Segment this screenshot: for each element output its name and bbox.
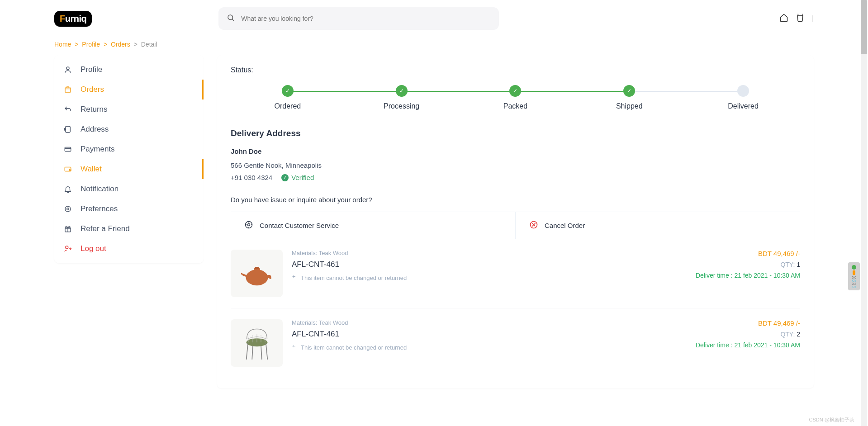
contact-support-button[interactable]: Contact Customer Service — [231, 212, 516, 239]
wallet-icon — [63, 165, 72, 173]
cancel-label: Cancel Order — [545, 222, 585, 229]
svg-rect-4 — [66, 126, 71, 133]
item-price: BDT 49,469 /- — [696, 250, 800, 257]
status-dot-icon: ✓ — [282, 85, 294, 97]
item-sku: AFL-CNT-461 — [292, 260, 687, 269]
item-price: BDT 49,469 /- — [696, 319, 800, 327]
home-icon[interactable] — [779, 13, 788, 24]
sidebar-item-returns[interactable]: Returns — [54, 99, 204, 119]
box-icon — [63, 85, 72, 94]
sidebar-item-wallet[interactable]: Wallet — [54, 159, 204, 179]
item-qty: QTY: 2 — [696, 331, 800, 338]
verified-label: Verified — [291, 174, 314, 181]
sidebar-item-prefernces[interactable]: Prefernces — [54, 199, 204, 219]
product-image[interactable] — [231, 319, 283, 367]
sidebar-item-label: Profile — [81, 65, 102, 74]
svg-point-0 — [228, 15, 233, 20]
search-box[interactable] — [218, 7, 499, 30]
widget-unit1: K/s — [849, 279, 859, 282]
check-icon: ✓ — [281, 174, 289, 181]
status-step-packed: ✓Packed — [459, 85, 573, 110]
status-dot-icon: ✓ — [623, 85, 635, 97]
breadcrumb-current: Detail — [141, 41, 157, 48]
gear-icon — [63, 205, 72, 213]
verified-badge: ✓ Verified — [281, 174, 314, 181]
svg-rect-3 — [65, 88, 71, 92]
status-step-label: Processing — [384, 102, 419, 110]
sidebar-item-refer-a-friend[interactable]: Refer a Friend — [54, 219, 204, 239]
breadcrumb-home[interactable]: Home — [54, 41, 71, 48]
status-step-label: Delivered — [728, 102, 759, 110]
return-icon — [292, 275, 297, 281]
sidebar-item-label: Returns — [81, 105, 108, 114]
header: Furniq | — [0, 0, 868, 37]
sidebar-item-address[interactable]: Address — [54, 119, 204, 139]
status-track: ✓Ordered✓Processing✓Packed✓ShippedDelive… — [231, 85, 800, 110]
item-note: This item cannot be changed or returned — [292, 344, 687, 351]
search-icon — [227, 14, 235, 24]
breadcrumb-profile[interactable]: Profile — [82, 41, 100, 48]
delivery-street: 566 Gentle Nook, Minneapolis — [231, 161, 800, 169]
widget-unit2: K/s — [849, 285, 859, 289]
status-step-shipped: ✓Shipped — [572, 85, 686, 110]
sidebar-item-orders[interactable]: Orders — [54, 80, 204, 99]
svg-point-21 — [254, 267, 259, 269]
main-panel: Status: ✓Ordered✓Processing✓Packed✓Shipp… — [217, 55, 814, 388]
status-step-processing: ✓Processing — [345, 85, 459, 110]
sidebar-item-notification[interactable]: Notification — [54, 179, 204, 199]
cancel-order-button[interactable]: Cancel Order — [516, 212, 800, 239]
breadcrumb-orders[interactable]: Orders — [111, 41, 130, 48]
sidebar-item-label: Orders — [81, 85, 104, 94]
svg-rect-6 — [65, 147, 71, 151]
sidebar: ProfileOrdersReturnsAddressPaymentsWalle… — [54, 55, 204, 263]
delivery-title: Delivery Address — [231, 128, 800, 138]
status-label: Status: — [231, 66, 800, 74]
order-item: Materials: Teak WoodAFL-CNT-461This item… — [231, 239, 800, 308]
product-image[interactable] — [231, 250, 283, 297]
breadcrumb-sep: > — [134, 41, 138, 48]
cart-icon[interactable] — [796, 13, 805, 24]
logo-rest: urniq — [65, 14, 87, 24]
status-dot-green-icon — [852, 265, 856, 270]
widget-val2: 0.2 — [849, 282, 859, 285]
item-delivery: Deliver time : 21 feb 2021 - 10:30 AM — [696, 272, 800, 279]
sidebar-item-label: Refer a Friend — [81, 224, 130, 233]
status-bar-orange-icon — [853, 270, 855, 275]
status-dot-icon: ✓ — [396, 85, 408, 97]
svg-rect-5 — [65, 128, 66, 131]
scrollbar[interactable] — [861, 0, 867, 426]
user-icon — [63, 66, 72, 74]
network-widget: 0.0 K/s 0.2 K/s — [848, 262, 860, 290]
sidebar-item-label: Log out — [81, 244, 106, 253]
watermark: CSDN @枫蜜柚子茶 — [809, 417, 854, 423]
sidebar-item-profile[interactable]: Profile — [54, 60, 204, 80]
logo-accent: F — [60, 14, 65, 24]
inquiry-section: Do you have issue or inquire about your … — [231, 196, 800, 239]
cancel-icon — [529, 220, 538, 231]
search-input[interactable] — [241, 15, 491, 22]
sidebar-item-payments[interactable]: Payments — [54, 139, 204, 159]
scrollbar-thumb[interactable] — [861, 0, 867, 54]
item-note: This item cannot be changed or returned — [292, 275, 687, 281]
status-step-delivered: Delivered — [686, 85, 800, 110]
support-icon — [244, 220, 253, 231]
bell-icon — [63, 185, 72, 193]
sidebar-item-log-out[interactable]: Log out — [54, 239, 204, 259]
card-icon — [63, 145, 72, 153]
search-container — [218, 7, 499, 30]
svg-point-9 — [65, 206, 71, 212]
item-materials: Materials: Teak Wood — [292, 319, 687, 326]
svg-point-10 — [67, 208, 69, 210]
return-icon — [63, 105, 72, 114]
sidebar-item-label: Notification — [81, 185, 119, 194]
order-item: Materials: Teak WoodAFL-CNT-461This item… — [231, 308, 800, 378]
item-qty: QTY: 1 — [696, 261, 800, 268]
sidebar-item-label: Prefernces — [81, 204, 118, 213]
sidebar-item-label: Wallet — [81, 165, 102, 174]
return-icon — [292, 344, 297, 351]
svg-point-19 — [246, 270, 268, 285]
status-dot-icon: ✓ — [509, 85, 521, 97]
svg-line-1 — [232, 19, 234, 20]
logo[interactable]: Furniq — [54, 11, 92, 27]
header-actions: | — [779, 13, 814, 24]
